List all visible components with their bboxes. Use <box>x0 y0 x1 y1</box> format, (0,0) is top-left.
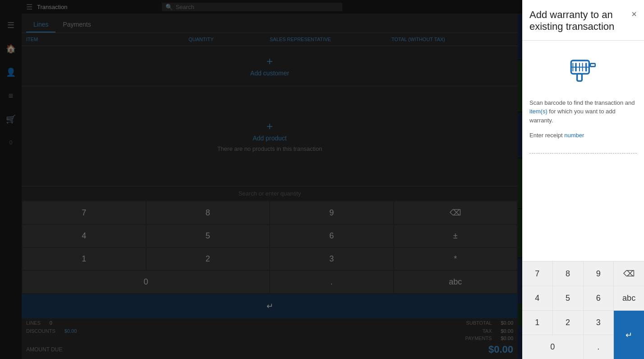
overlay-numpad-6[interactable]: 6 <box>584 286 614 310</box>
scan-desc-link[interactable]: item(s) <box>529 108 547 115</box>
overlay-numpad-5[interactable]: 5 <box>553 286 583 310</box>
receipt-input-area: Enter receipt number <box>529 132 637 154</box>
overlay-numpad-4[interactable]: 4 <box>522 286 552 310</box>
receipt-number-input[interactable] <box>529 139 637 154</box>
svg-rect-28 <box>590 63 595 66</box>
scan-desc-normal: Scan barcode to find the transaction and <box>529 99 635 106</box>
dim-overlay <box>0 0 523 359</box>
overlay-numpad: 7 8 9 ⌫ 4 5 6 abc 1 2 3 ↵ 0 . <box>522 261 644 359</box>
overlay-numpad-9[interactable]: 9 <box>584 261 614 286</box>
overlay-numpad-abc[interactable]: abc <box>614 286 644 310</box>
overlay-numpad-backspace[interactable]: ⌫ <box>614 261 644 286</box>
overlay-close-button[interactable]: × <box>628 9 637 19</box>
overlay-numpad-1[interactable]: 1 <box>522 311 552 335</box>
overlay-title: Add warranty to an existing transaction <box>529 9 628 33</box>
receipt-label-link: number <box>564 132 584 139</box>
receipt-label-normal: Enter receipt <box>529 132 564 139</box>
receipt-input-label: Enter receipt number <box>529 132 637 139</box>
overlay-numpad-dot[interactable]: . <box>584 335 614 359</box>
svg-rect-26 <box>577 74 582 81</box>
barcode-scanner-icon <box>565 51 601 88</box>
overlay-numpad-7[interactable]: 7 <box>522 261 552 286</box>
scanner-icon-area <box>529 51 637 88</box>
scan-description: Scan barcode to find the transaction and… <box>529 98 637 125</box>
overlay-body: Scan barcode to find the transaction and… <box>522 41 644 261</box>
overlay-numpad-2[interactable]: 2 <box>553 311 583 335</box>
overlay-header: Add warranty to an existing transaction … <box>522 0 644 41</box>
overlay-numpad-8[interactable]: 8 <box>553 261 583 286</box>
overlay-panel: Add warranty to an existing transaction … <box>522 0 644 359</box>
overlay-numpad-0[interactable]: 0 <box>522 335 583 359</box>
overlay-numpad-3[interactable]: 3 <box>584 311 614 335</box>
overlay-numpad-enter[interactable]: ↵ <box>614 311 644 359</box>
